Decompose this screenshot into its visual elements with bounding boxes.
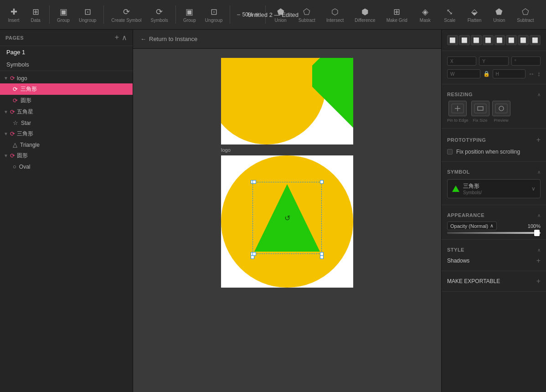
scale-label: Scale [444, 18, 455, 23]
align-left-button[interactable]: ⬜ [447, 35, 458, 45]
w-input[interactable]: 294 [458, 71, 477, 77]
group2-button[interactable]: ▣ Group [180, 5, 200, 25]
zoom-out-button[interactable]: − [237, 11, 240, 18]
align-top-button[interactable]: ⬜ [483, 35, 494, 45]
pin-to-edge-option[interactable]: Pin to Edge [447, 101, 469, 123]
group2-label: Group [183, 18, 196, 23]
preview-option[interactable]: Preview [492, 101, 510, 123]
layer-group-pentagon: ▼ ⟳ 五角星 ☆ Star [0, 106, 133, 128]
create-symbol-icon: ⟳ [123, 7, 130, 17]
ungroup2-button[interactable]: ⊡ Ungroup [201, 5, 226, 25]
h-field[interactable]: H 294 [493, 69, 526, 78]
chevron-down-icon: ▼ [4, 131, 8, 136]
pages-header: PAGES + ∧ [0, 30, 133, 46]
align-bottom-button[interactable]: ⬜ [506, 35, 517, 45]
make-grid-button[interactable]: ⊞ Make Grid [382, 5, 412, 25]
scale-button[interactable]: ⤡ Scale [438, 5, 461, 25]
opacity-slider[interactable] [447, 232, 541, 234]
layer-group-pentagon-header[interactable]: ▼ ⟳ 五角星 [0, 106, 133, 118]
union2-label: Union [493, 18, 505, 23]
flip-v-button[interactable]: ↕ [537, 70, 541, 77]
subtract2-label: Subtract [517, 18, 534, 23]
mask-button[interactable]: ◈ Mask [414, 5, 437, 25]
insert-button[interactable]: ✚ Insert [4, 5, 24, 25]
flatten-button[interactable]: ⬙ Flatten [463, 5, 486, 25]
prototyping-section: PROTOTYPING + Fix position when scrollin… [442, 129, 546, 162]
rotation-field[interactable]: ° 0 [511, 57, 541, 66]
resizing-header[interactable]: RESIZING ∧ [442, 88, 546, 99]
rotation-input[interactable]: 0 [522, 58, 537, 64]
add-proto-button[interactable]: + [536, 136, 541, 144]
subtract2-button[interactable]: ⬠ Subtract [512, 5, 538, 25]
w-field[interactable]: W 294 [447, 69, 480, 78]
add-export-button[interactable]: + [536, 278, 541, 285]
layer-group-oval-header[interactable]: ▼ ⟳ 圆形 [0, 150, 133, 161]
flatten-label: Flatten [468, 18, 482, 23]
appearance-collapse-icon: ∧ [537, 213, 541, 218]
intersect-button[interactable]: ⬡ Intersect [322, 5, 348, 25]
opacity-slider-thumb[interactable] [534, 230, 540, 236]
layer-group-triangle-header[interactable]: ▼ ⟳ 三角形 [0, 128, 133, 139]
fix-size-option[interactable]: Fix Size [471, 101, 489, 123]
align-middle-v-button[interactable]: ⬜ [494, 35, 505, 45]
subtract-icon: ⬠ [303, 7, 310, 17]
align-center-h-button[interactable]: ⬜ [459, 35, 470, 45]
ungroup-button[interactable]: ⊡ Ungroup [75, 5, 100, 25]
appearance-header[interactable]: APPEARANCE ∧ [442, 209, 546, 220]
triangle-svg [252, 182, 322, 254]
canvas-area[interactable]: ← Return to Instance [133, 30, 441, 392]
artboard2-container: logo [221, 155, 353, 288]
distribute-v-button[interactable]: ⬜ [530, 35, 541, 45]
group-button[interactable]: ▣ Group [53, 5, 73, 25]
difference-button[interactable]: ⬢ Difference [350, 5, 380, 25]
preview-icon [492, 101, 510, 116]
handle-br [320, 252, 324, 256]
return-to-instance-button[interactable]: ← Return to Instance [140, 36, 197, 42]
add-page-button[interactable]: + [115, 33, 119, 42]
prototyping-header[interactable]: PROTOTYPING + [442, 132, 546, 146]
y-field[interactable]: Y 122 [479, 57, 508, 66]
align-right-button[interactable]: ⬜ [471, 35, 482, 45]
create-symbol-button[interactable]: ⟳ Create Symbol [108, 5, 145, 25]
layer-group-logo-header[interactable]: ▼ ⟳ logo [0, 73, 133, 83]
flip-h-button[interactable]: ↔ [528, 70, 535, 77]
shadows-row[interactable]: Shadows + [442, 254, 546, 267]
add-shadow-button[interactable]: + [536, 257, 541, 264]
symbol-section: SYMBOL ∧ 三角形 Symbols/ ∨ [442, 162, 546, 205]
symbol-selector[interactable]: 三角形 Symbols/ ∨ [447, 179, 541, 198]
exportable-row[interactable]: MAKE EXPORTABLE + [442, 275, 546, 288]
canvas-content[interactable]: logo [133, 49, 441, 392]
collapse-pages-button[interactable]: ∧ [122, 33, 127, 42]
layer-item-oval1[interactable]: ⟳ 圆形 [0, 95, 133, 106]
symbol-header[interactable]: SYMBOL ∧ [442, 165, 546, 176]
handle-tm [252, 180, 256, 184]
distribute-h-button[interactable]: ⬜ [518, 35, 529, 45]
lock-icon[interactable]: 🔒 [483, 71, 490, 77]
layer-item-oval2[interactable]: ○ Oval [0, 161, 133, 172]
artboard-2[interactable]: ↺ [221, 155, 353, 288]
union2-button[interactable]: ⬟ Union [488, 5, 510, 25]
layer-item-star[interactable]: ☆ Star [0, 118, 133, 128]
ungroup2-icon: ⊡ [211, 7, 217, 17]
page-item-symbols[interactable]: Symbols [0, 58, 133, 71]
h-input[interactable]: 294 [503, 71, 523, 77]
green-corner [312, 58, 353, 144]
subtract-label: Subtract [299, 18, 315, 23]
data-button[interactable]: ⊞ Data [26, 5, 46, 25]
fix-position-checkbox[interactable] [447, 149, 453, 155]
layer-item-triangle1[interactable]: ⟳ 三角形 [0, 83, 133, 95]
x-field[interactable]: X 141 [447, 57, 476, 66]
symbols-button[interactable]: ⟳ Symbols [147, 5, 172, 25]
difference-label: Difference [355, 18, 375, 23]
exportable-section: MAKE EXPORTABLE + [442, 271, 546, 292]
layer-item-triangle2[interactable]: △ Triangle [0, 139, 133, 150]
opacity-mode-select[interactable]: Opacity (Normal) ∧ [447, 222, 497, 230]
style-header[interactable]: STYLE ∧ [442, 243, 546, 254]
y-input[interactable]: 122 [489, 58, 505, 64]
style-title: STYLE [447, 247, 464, 253]
opacity-label-row: Opacity (Normal) ∧ 100% [447, 222, 541, 230]
page-item-page1[interactable]: Page 1 [0, 46, 133, 58]
x-input[interactable]: 141 [458, 58, 473, 64]
layer-group-oval: ▼ ⟳ 圆形 ○ Oval [0, 150, 133, 172]
artboard-1[interactable] [221, 58, 353, 144]
